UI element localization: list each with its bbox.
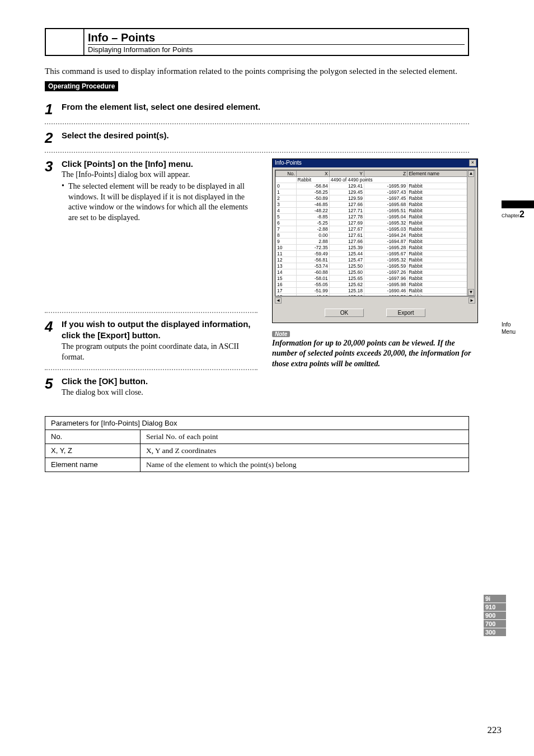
step-number: 2	[45, 130, 62, 145]
table-row[interactable]: 12-56.81125.47-1695.32Rabbit	[276, 256, 475, 263]
step-description: The dialog box will close.	[62, 388, 257, 398]
dialog-titlebar[interactable]: Info-Points ×	[273, 159, 477, 167]
section-left-cell	[46, 29, 84, 55]
table-row[interactable]: 0-56.84129.41-1695.99Rabbit	[276, 183, 475, 189]
intro-text: This command is used to display informat…	[45, 65, 469, 78]
ok-button[interactable]: OK	[325, 309, 364, 317]
step-description: The program outputs the point coordinate…	[62, 342, 257, 363]
export-button[interactable]: Export	[386, 309, 425, 317]
note-label: Note	[272, 331, 290, 337]
param-key: No.	[45, 430, 140, 444]
step-number: 4	[45, 319, 62, 334]
scroll-right-icon[interactable]: ►	[469, 297, 475, 304]
model-badges: 9i 910 900 700 300	[484, 595, 506, 637]
separator	[45, 369, 257, 370]
scroll-left-icon[interactable]: ◄	[275, 297, 282, 304]
table-row[interactable]: 3-46.85127.66-1695.68Rabbit	[276, 201, 475, 207]
step-heading: Select the desired point(s).	[62, 130, 469, 141]
table-row[interactable]: 7-2.88127.67-1695.03Rabbit	[276, 226, 475, 232]
table-row[interactable]: 10-72.35125.39-1695.28Rabbit	[276, 244, 475, 250]
vertical-scrollbar[interactable]: ▲ ▼	[467, 170, 475, 296]
scroll-up-icon[interactable]: ▲	[468, 170, 474, 177]
table-row[interactable]: 6-5.25127.69-1695.32Rabbit	[276, 220, 475, 226]
badge: 9i	[484, 595, 506, 603]
table-row[interactable]: 80.00127.61-1694.24Rabbit	[276, 232, 475, 238]
table-row[interactable]: 11-59.49125.44-1695.67Rabbit	[276, 250, 475, 256]
param-key: Element name	[45, 458, 140, 472]
operating-procedure-label: Operating Procedure	[45, 81, 118, 91]
points-table[interactable]: No. X Y Z Element name Rabbit	[275, 170, 475, 296]
step-description: The [Info-Points] dialog box will appear…	[62, 170, 257, 180]
param-caption: Parameters for [Info-Points] Dialog Box	[45, 416, 469, 430]
col-x[interactable]: X	[296, 170, 329, 176]
section-heading: Info – Points Displaying Information for…	[45, 28, 469, 56]
param-value: Serial No. of each point	[140, 430, 469, 444]
badge: 700	[484, 620, 506, 628]
note-text: Information for up to 20,000 points can …	[272, 338, 478, 370]
table-row[interactable]: 4-48.22127.71-1695.51Rabbit	[276, 207, 475, 213]
chapter-indicator: Chapter2	[502, 209, 534, 220]
badge: 910	[484, 603, 506, 611]
table-row[interactable]: 17-51.99125.18-1690.46Rabbit	[276, 287, 475, 293]
parameters-table: Parameters for [Info-Points] Dialog Box …	[45, 416, 469, 472]
step-heading: Click the [OK] button.	[62, 376, 257, 387]
step-number: 3	[45, 158, 62, 174]
table-row[interactable]: 14-60.88125.60-1697.26Rabbit	[276, 269, 475, 275]
table-row[interactable]: 92.88127.66-1694.87Rabbit	[276, 238, 475, 244]
separator	[45, 123, 469, 124]
step-bullet-text: The selected element will be ready to be…	[68, 181, 257, 224]
step-heading: If you wish to output the displayed info…	[62, 319, 257, 342]
bullet-icon: •	[62, 181, 68, 224]
table-row[interactable]: 1-58.25129.45-1697.43Rabbit	[276, 189, 475, 195]
param-key: X, Y, Z	[45, 444, 140, 458]
step-heading: From the element list, select one desire…	[62, 101, 469, 113]
param-value: X, Y and Z coordinates	[140, 444, 469, 458]
dialog-title: Info-Points	[275, 160, 302, 166]
side-info: Info Menu	[502, 321, 534, 335]
table-row[interactable]: 2-50.89129.59-1697.45Rabbit	[276, 195, 475, 201]
table-row[interactable]: 15-58.01125.65-1697.96Rabbit	[276, 275, 475, 281]
col-no[interactable]: No.	[276, 170, 297, 176]
badge: 300	[484, 628, 506, 636]
page-number: 223	[488, 725, 502, 736]
col-z[interactable]: Z	[364, 170, 407, 176]
section-subtitle: Displaying Information for Points	[88, 44, 465, 54]
table-row[interactable]: 16-55.05125.62-1695.98Rabbit	[276, 281, 475, 287]
col-name[interactable]: Element name	[407, 170, 475, 176]
col-y[interactable]: Y	[329, 170, 364, 176]
step-heading: Click [Points] on the [Info] menu.	[62, 158, 257, 170]
step-number: 1	[45, 101, 62, 116]
close-icon[interactable]: ×	[469, 160, 476, 166]
table-row[interactable]: 5-8.85127.78-1695.04Rabbit	[276, 213, 475, 220]
separator	[45, 152, 469, 153]
side-tab-bar	[502, 200, 534, 208]
separator	[45, 312, 257, 313]
param-value: Name of the element to which the point(s…	[140, 458, 469, 472]
horizontal-scrollbar[interactable]: ◄ ►	[275, 296, 475, 304]
step-number: 5	[45, 376, 62, 391]
meta-count: 4490 of 4490 points	[329, 176, 474, 183]
info-points-dialog: Info-Points × No. X Y	[272, 158, 478, 323]
section-title: Info – Points	[88, 31, 465, 44]
badge: 900	[484, 612, 506, 619]
table-row[interactable]: 13-53.74125.50-1695.59Rabbit	[276, 263, 475, 269]
meta-name: Rabbit	[296, 176, 329, 183]
scroll-down-icon[interactable]: ▼	[468, 289, 474, 296]
